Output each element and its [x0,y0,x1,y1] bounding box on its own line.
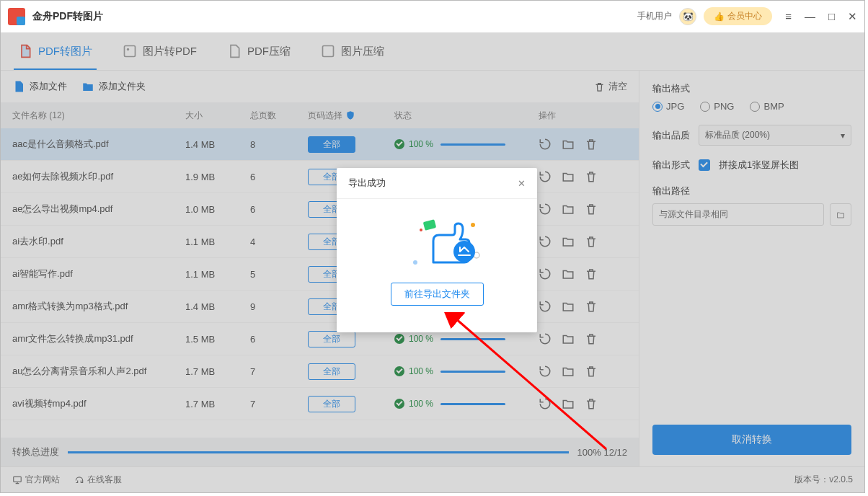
thumbs-up-icon: 👍 [714,12,725,22]
mobile-user-label[interactable]: 手机用户 [637,10,672,22]
svg-point-6 [420,229,422,231]
dialog-close-icon[interactable]: ✕ [518,178,526,189]
menu-icon[interactable]: ≡ [785,11,792,22]
member-center-button[interactable]: 👍 会员中心 [704,7,772,25]
success-illustration [401,212,473,270]
close-icon[interactable]: ✕ [848,11,857,22]
dialog-title: 导出成功 [348,177,386,190]
minimize-icon[interactable]: — [805,11,815,22]
export-success-dialog: 导出成功 ✕ 前往导出文件夹 [337,168,537,332]
svg-point-4 [413,260,417,265]
maximize-icon[interactable]: □ [828,11,835,22]
app-logo [8,8,25,25]
goto-export-folder-button[interactable]: 前往导出文件夹 [391,283,484,306]
title-bar: 金舟PDF转图片 手机用户 🐼 👍 会员中心 ≡ — □ ✕ [1,1,864,32]
app-title: 金舟PDF转图片 [32,10,103,23]
svg-point-5 [471,223,475,227]
user-avatar-icon[interactable]: 🐼 [679,8,696,25]
svg-rect-8 [423,219,437,231]
svg-point-9 [453,241,475,262]
